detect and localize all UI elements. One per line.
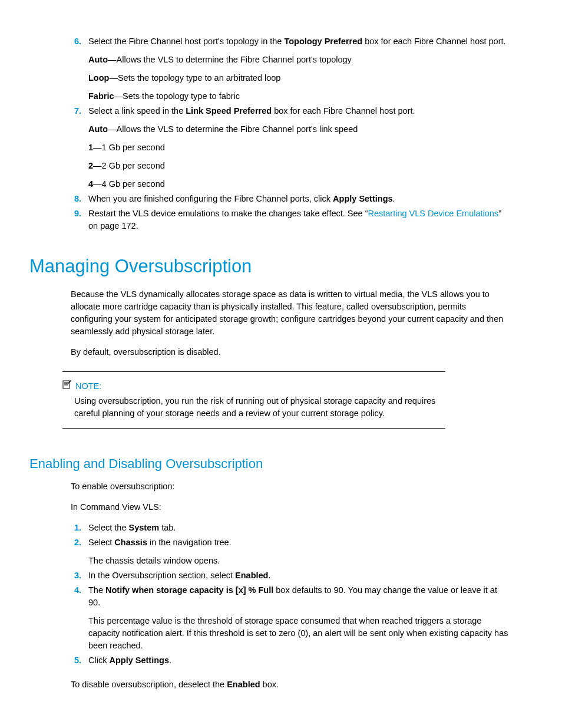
bold-text: Topology Preferred bbox=[284, 37, 362, 46]
bold-text: Enabled bbox=[235, 571, 268, 580]
paragraph: When you are finished configuring the Fi… bbox=[88, 193, 509, 205]
bold-text: Loop bbox=[88, 73, 109, 83]
note-body: Using oversubscription, you run the risk… bbox=[74, 395, 445, 420]
list-number: 9. bbox=[71, 207, 88, 232]
list-item-body: In the Oversubscription section, select … bbox=[88, 569, 509, 582]
list-number: 3. bbox=[71, 569, 88, 582]
paragraph: Loop—Sets the topology type to an arbitr… bbox=[88, 72, 509, 84]
list-item: 7.Select a link speed in the Link Speed … bbox=[71, 105, 509, 190]
cross-reference-link[interactable]: Restarting VLS Device Emulations bbox=[368, 209, 498, 218]
list-item: 1.Select the System tab. bbox=[71, 522, 509, 534]
list-number: 6. bbox=[71, 35, 88, 103]
list-item: 2.Select Chassis in the navigation tree.… bbox=[71, 536, 509, 567]
list-number: 4. bbox=[71, 584, 88, 652]
paragraph: The Notify when storage capacity is [x] … bbox=[88, 584, 509, 609]
list-item-body: Restart the VLS device emulations to mak… bbox=[88, 207, 509, 232]
list-item: 6.Select the Fibre Channel host port's t… bbox=[71, 35, 509, 103]
paragraph: Auto—Allows the VLS to determine the Fib… bbox=[88, 123, 509, 136]
list-number: 5. bbox=[71, 654, 88, 667]
note-label: NOTE: bbox=[75, 380, 101, 393]
list-item: 3.In the Oversubscription section, selec… bbox=[71, 569, 509, 582]
paragraph: Because the VLS dynamically allocates st… bbox=[71, 288, 509, 338]
bold-text: 2 bbox=[88, 161, 93, 170]
paragraph: The chassis details window opens. bbox=[88, 555, 509, 567]
bold-text: Auto bbox=[88, 55, 108, 64]
paragraph: Select a link speed in the Link Speed Pr… bbox=[88, 105, 509, 117]
paragraph: Select the System tab. bbox=[88, 522, 509, 534]
document-page: 6.Select the Fibre Channel host port's t… bbox=[0, 0, 562, 728]
paragraph: To enable oversubscription: bbox=[71, 480, 509, 493]
paragraph: 4—4 Gb per second bbox=[88, 178, 509, 190]
bold-text: Fabric bbox=[88, 91, 114, 101]
paragraph: 1—1 Gb per second bbox=[88, 141, 509, 154]
list-item-body: The Notify when storage capacity is [x] … bbox=[88, 584, 509, 652]
paragraph: In the Oversubscription section, select … bbox=[88, 569, 509, 582]
bold-text: Enabled bbox=[227, 680, 260, 689]
paragraph: 2—2 Gb per second bbox=[88, 160, 509, 172]
list-number: 2. bbox=[71, 536, 88, 567]
paragraph: Auto—Allows the VLS to determine the Fib… bbox=[88, 54, 509, 66]
bold-text: Apply Settings bbox=[333, 194, 393, 203]
bold-text: Auto bbox=[88, 124, 108, 134]
list-item-body: Select a link speed in the Link Speed Pr… bbox=[88, 105, 509, 190]
paragraph: Click Apply Settings. bbox=[88, 654, 509, 667]
bold-text: Chassis bbox=[114, 538, 147, 547]
note-icon bbox=[62, 380, 72, 393]
paragraph: This percentage value is the threshold o… bbox=[88, 615, 509, 652]
bold-text: Notify when storage capacity is [x] % Fu… bbox=[105, 585, 273, 595]
bold-text: Link Speed Preferred bbox=[186, 106, 272, 116]
heading-managing-oversubscription: Managing Oversubscription bbox=[29, 253, 509, 280]
note-block: NOTE: Using oversubscription, you run th… bbox=[62, 371, 445, 429]
list-item: 5.Click Apply Settings. bbox=[71, 654, 509, 667]
paragraph: To disable oversubscription, deselect th… bbox=[71, 678, 509, 691]
bold-text: 1 bbox=[88, 143, 93, 152]
list-item-body: Select Chassis in the navigation tree.Th… bbox=[88, 536, 509, 567]
list-number: 7. bbox=[71, 105, 88, 190]
bold-text: 4 bbox=[88, 179, 93, 189]
paragraph: Restart the VLS device emulations to mak… bbox=[88, 207, 509, 232]
paragraph: By default, oversubscription is disabled… bbox=[71, 346, 509, 358]
list-item-body: Click Apply Settings. bbox=[88, 654, 509, 667]
list-number: 1. bbox=[71, 522, 88, 534]
bold-text: System bbox=[129, 523, 160, 532]
paragraph: Select the Fibre Channel host port's top… bbox=[88, 35, 509, 48]
list-item: 8.When you are finished configuring the … bbox=[71, 193, 509, 205]
paragraph: In Command View VLS: bbox=[71, 501, 509, 513]
list-item: 9.Restart the VLS device emulations to m… bbox=[71, 207, 509, 232]
ordered-list-a: 6.Select the Fibre Channel host port's t… bbox=[29, 35, 509, 232]
heading-enabling-disabling-oversubscription: Enabling and Disabling Oversubscription bbox=[29, 454, 509, 473]
list-item-body: When you are finished configuring the Fi… bbox=[88, 193, 509, 205]
list-item-body: Select the Fibre Channel host port's top… bbox=[88, 35, 509, 103]
bold-text: Apply Settings bbox=[109, 655, 169, 665]
paragraph: Select Chassis in the navigation tree. bbox=[88, 536, 509, 549]
list-number: 8. bbox=[71, 193, 88, 205]
ordered-list-b: 1.Select the System tab.2.Select Chassis… bbox=[29, 522, 509, 667]
list-item: 4.The Notify when storage capacity is [x… bbox=[71, 584, 509, 652]
paragraph: Fabric—Sets the topology type to fabric bbox=[88, 90, 509, 103]
list-item-body: Select the System tab. bbox=[88, 522, 509, 534]
